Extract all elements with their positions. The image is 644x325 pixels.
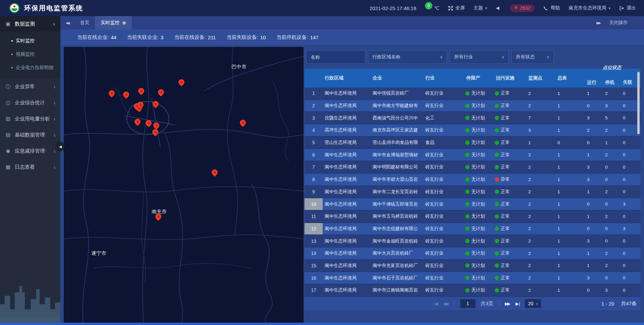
table-row[interactable]: 8阆中生态环境局阆中市枣碧大梁山页岩砖瓦行业无计划异常21300 <box>305 174 641 186</box>
sidebar-item-enterprise-stats[interactable]: ◫企业综合统计‹ <box>0 95 60 111</box>
bullet-icon <box>11 67 13 68</box>
table-row[interactable]: 5营山生态环境局营山县润丰肉食品有限食品无计划正常10010 <box>305 137 641 149</box>
cell-company: 阆中市金福旺页岩机砖 <box>371 235 423 247</box>
sidebar-item-log-view[interactable]: ▦日志查看‹ <box>0 159 60 175</box>
status-text: 无计划 <box>471 115 485 121</box>
sidebar-item-power-analysis[interactable]: ▥企业用电量分析‹ <box>0 111 60 127</box>
industry-filter-select[interactable]: 所有行业 ∨ <box>450 50 509 64</box>
cell-running: 3 <box>585 161 603 173</box>
org-dropdown[interactable]: 南充市生态环境局 ▾ <box>569 5 610 11</box>
sidebar-item-power-load-detail[interactable]: 企业电力负荷明细 <box>0 61 60 74</box>
status-text: 正常 <box>501 287 510 293</box>
table-row[interactable]: 3仪陇生态环境局西南油气田分公司川中化工无计划正常71350 <box>305 112 641 124</box>
sidebar-collapse-button[interactable]: ◀ <box>56 142 65 151</box>
table-body: 1阆中生态环境局阆中强锐页岩砖厂砖瓦行业无计划正常211202阆中生态环境局阆中… <box>305 88 641 297</box>
collapse-left-icon: ◀ <box>59 145 62 149</box>
stat-item: 当前在线企业:44 <box>77 34 116 41</box>
region-filter-select[interactable]: 行政区域名称 ∨ <box>368 50 447 64</box>
cell-company: 阆中千佛镇五郎垭页岩 <box>371 198 423 210</box>
cell-region: 阆中生态环境局 <box>323 260 371 272</box>
log-view-icon: ▦ <box>5 164 11 170</box>
table-row[interactable]: 17阆中生态环境局阆中市江南镇阆南页岩砖瓦行业无计划正常21030 <box>305 284 641 297</box>
tab-realtime-monitor[interactable]: 实时监控 ⊗ <box>95 16 132 30</box>
status-dot-green <box>465 165 470 169</box>
table-row[interactable]: 1阆中生态环境局阆中强锐页岩砖厂砖瓦行业无计划正常21120 <box>305 88 641 100</box>
status-dot-green <box>495 165 499 169</box>
table-row[interactable]: 6阆中生态环境局阆中市金博瑞新型墙材砖瓦行业无计划正常21120 <box>305 149 641 161</box>
tab-close-icon[interactable]: ⊗ <box>122 20 126 25</box>
sidebar-item-enterprise-abnormal[interactable]: ⓘ企业异常‹ <box>0 78 60 95</box>
sidebar-item-realtime-monitor[interactable]: 实时监控 <box>0 34 60 48</box>
theme-dropdown[interactable]: 主题 ▾ <box>474 5 487 11</box>
cell-region: 阆中生态环境局 <box>323 174 371 185</box>
tab-scroll-left-icon[interactable]: ◀◀ <box>60 21 74 25</box>
table-row[interactable]: 14阆中生态环境局阆中大兴页岩机砖厂砖瓦行业无计划正常21120 <box>305 248 641 260</box>
sidebar-item-data-monitoring[interactable]: ▣数据监测∨ <box>0 16 60 32</box>
sidebar-item-label: 日志查看 <box>15 164 35 170</box>
tab-label: 首页 <box>80 20 89 26</box>
tab-bar-right: ▶▶ 关闭操作 <box>596 20 644 26</box>
map[interactable]: 巴中市南充市遂宁市 <box>64 47 304 323</box>
sidebar-item-video-monitor[interactable]: 视频监控 <box>0 48 60 61</box>
cell-company: 阆中市忠信建材有限公 <box>371 223 423 235</box>
cell-disconnected: 0 <box>621 149 639 161</box>
table-row[interactable]: 13阆中生态环境局阆中市金福旺页岩机砖砖瓦行业无计划正常21300 <box>305 235 641 248</box>
status-text: 无计划 <box>471 226 485 232</box>
cell-disconnected: 0 <box>621 284 639 296</box>
cell-running: 1 <box>585 186 603 198</box>
sidebar-item-emergency-reduction[interactable]: ◉应急减排管理‹ <box>0 143 60 159</box>
next-page-button[interactable]: ▶▶ <box>505 301 511 306</box>
status-text: 无计划 <box>471 152 485 158</box>
notification-badge[interactable]: 2632 <box>510 4 534 12</box>
enterprise-stats-icon: ◫ <box>5 100 11 106</box>
tab-scroll-right-icon[interactable]: ▶▶ <box>596 21 601 25</box>
table-row[interactable]: 9阆中生态环境局阆中市二龙长宝页岩砖砖瓦行业无计划正常21120 <box>305 186 641 199</box>
table-row[interactable]: 12阆中生态环境局阆中市忠信建材有限公砖瓦行业无计划正常21003 <box>305 223 641 235</box>
column-index <box>305 69 323 88</box>
status-filter-select[interactable]: 所有状态 ∨ <box>512 50 554 64</box>
status-text: 正常 <box>501 189 510 195</box>
cell-region: 阆中生态环境局 <box>323 272 371 284</box>
name-filter-input[interactable] <box>306 50 365 64</box>
table-row[interactable]: 4高坪生态环境局南充市高坪区王家店建砖瓦行业无计划正常31220 <box>305 124 641 137</box>
status-text: 无计划 <box>471 164 485 170</box>
tab-home[interactable]: 首页 <box>74 16 95 30</box>
table-row[interactable]: 10阆中生态环境局阆中千佛镇五郎垭页岩砖瓦行业无计划正常21003 <box>305 198 641 211</box>
map-city-label: 遂宁市 <box>91 250 106 257</box>
status-text: 正常 <box>501 127 510 133</box>
cell-company: 阆中明阳建材有限公司 <box>371 161 423 173</box>
page-size-select[interactable]: 20 ∨ <box>525 299 541 308</box>
fullscreen-button[interactable]: 全屏 <box>448 5 465 11</box>
table-row[interactable]: 16阆中生态环境局阆中市石子页岩机砖厂砖瓦行业无计划正常21300 <box>305 272 641 284</box>
status-text: 正常 <box>501 201 510 207</box>
prev-page-button[interactable]: ◀◀ <box>443 301 448 306</box>
cell-industry: 砖瓦行业 <box>423 124 464 136</box>
table-scrollbar[interactable] <box>637 72 640 134</box>
status-text: 无计划 <box>471 140 485 146</box>
cell-index: 6 <box>305 149 323 161</box>
cell-stopped: 2 <box>603 211 621 222</box>
cell-total-meter: 1 <box>555 161 585 173</box>
cell-production-limit: 无计划 <box>464 124 494 136</box>
page-number-input[interactable]: 1 <box>460 299 476 308</box>
first-page-button[interactable]: |◀ <box>433 301 438 306</box>
mute-button[interactable] <box>496 6 501 11</box>
table-row[interactable]: 2阆中生态环境局阆中市南方节能建材有砖瓦行业无计划正常21030 <box>305 100 641 112</box>
last-page-button[interactable]: ▶| <box>516 301 520 306</box>
cell-disconnected: 0 <box>621 235 639 247</box>
column-industry: 行业 <box>423 69 464 88</box>
cell-pollution-facility: 正常 <box>494 149 526 161</box>
table-row[interactable]: 11阆中生态环境局阆中市五马桥页岩机砖砖瓦行业无计划正常21120 <box>305 211 641 223</box>
cell-running: 1 <box>585 260 603 272</box>
help-button[interactable]: 帮助 <box>543 5 560 11</box>
theme-label: 主题 <box>474 5 483 11</box>
cell-region: 仪陇生态环境局 <box>323 112 371 124</box>
table-row[interactable]: 15阆中生态环境局阆中市光富页岩机砖厂砖瓦行业无计划正常21120 <box>305 260 641 272</box>
table-row[interactable]: 7阆中生态环境局阆中明阳建材有限公司砖瓦行业无计划正常21300 <box>305 161 641 174</box>
cell-index: 10 <box>305 198 323 210</box>
cell-company: 阆中市南方节能建材有 <box>371 100 423 112</box>
logout-button[interactable]: 退出 <box>619 5 636 11</box>
cell-index: 12 <box>305 223 323 235</box>
close-operations-button[interactable]: 关闭操作 <box>609 20 628 26</box>
sidebar-item-base-data[interactable]: ▤基础数据管理‹ <box>0 127 60 143</box>
